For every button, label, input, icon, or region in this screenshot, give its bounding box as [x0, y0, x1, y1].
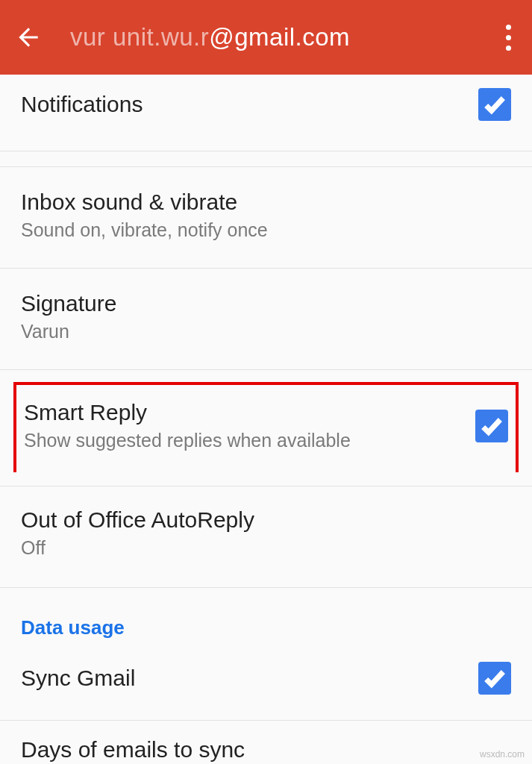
setting-subtitle: Varun: [21, 321, 511, 342]
setting-days-to-sync[interactable]: Days of emails to sync: [0, 721, 532, 763]
setting-title: Signature: [21, 291, 511, 316]
header-account-email: vur unit.wu.r@gmail.com: [70, 23, 493, 51]
arrow-left-icon: [14, 23, 43, 51]
setting-signature[interactable]: Signature Varun: [0, 269, 532, 370]
watermark-text: wsxdn.com: [480, 749, 525, 760]
setting-title: Sync Gmail: [21, 666, 478, 691]
check-icon: [482, 666, 507, 691]
app-header: vur unit.wu.r@gmail.com: [0, 0, 532, 75]
back-button[interactable]: [9, 23, 48, 51]
setting-subtitle: Show suggested replies when available: [24, 430, 475, 451]
check-icon: [479, 413, 504, 439]
setting-sync-gmail[interactable]: Sync Gmail: [0, 648, 532, 721]
settings-list: Notifications Inbox sound & vibrate Soun…: [0, 75, 532, 763]
check-icon: [482, 92, 507, 117]
setting-subtitle: Sound on, vibrate, notify once: [21, 219, 511, 241]
notifications-checkbox[interactable]: [478, 88, 511, 121]
setting-title: Out of Office AutoReply: [21, 507, 511, 533]
smart-reply-checkbox[interactable]: [475, 410, 508, 442]
setting-smart-reply[interactable]: Smart Reply Show suggested replies when …: [13, 382, 519, 472]
setting-notifications[interactable]: Notifications: [0, 75, 532, 151]
setting-title: Inbox sound & vibrate: [21, 190, 511, 215]
sync-gmail-checkbox[interactable]: [478, 662, 511, 695]
setting-subtitle: Off: [21, 537, 511, 559]
setting-title: Days of emails to sync: [21, 737, 511, 763]
more-options-button[interactable]: [493, 25, 523, 51]
setting-out-of-office[interactable]: Out of Office AutoReply Off: [0, 486, 532, 587]
dots-vertical-icon: [506, 25, 511, 30]
setting-title: Smart Reply: [24, 400, 475, 425]
section-header-data-usage: Data usage: [0, 588, 532, 648]
setting-inbox-sound[interactable]: Inbox sound & vibrate Sound on, vibrate,…: [0, 166, 532, 269]
setting-title: Notifications: [21, 92, 478, 117]
